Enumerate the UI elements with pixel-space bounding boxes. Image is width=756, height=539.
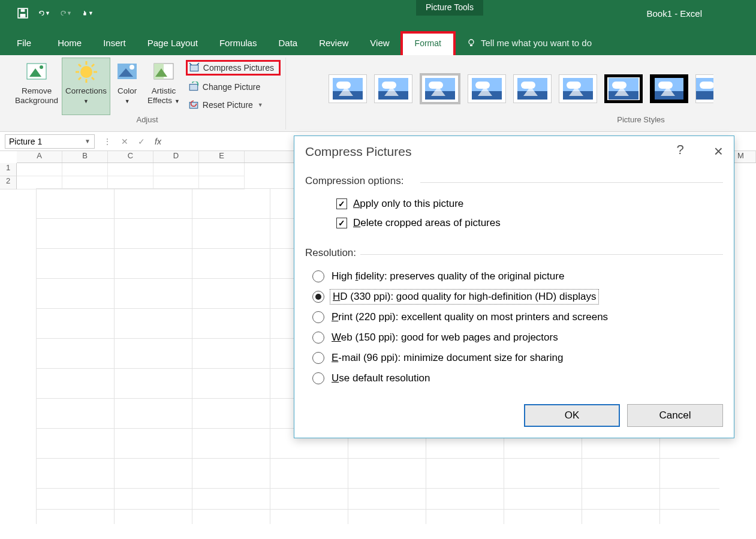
compress-pictures-icon [189, 62, 200, 73]
app-title: Book1 - Excel [646, 8, 702, 19]
resolution-hifi-label: High fidelity: preserves quality of the … [332, 270, 564, 282]
rowhdr-1[interactable]: 1 [0, 163, 17, 176]
apply-only-checkbox[interactable]: Apply only to this picture [336, 194, 723, 213]
svg-line-15 [92, 64, 94, 67]
resolution-hd[interactable]: HD (330 ppi): good quality for high-defi… [312, 287, 723, 307]
artistic-effects-button[interactable]: Artistic Effects ▼ [144, 58, 183, 115]
delete-cropped-checkbox[interactable]: Delete cropped areas of pictures [336, 213, 723, 233]
color-label: Color▼ [118, 86, 137, 106]
group-adjust: Remove Background Corrections▼ Color▼ Ar… [9, 58, 286, 130]
tab-home[interactable]: Home [47, 31, 92, 55]
picture-style-1[interactable] [329, 74, 367, 103]
svg-point-3 [469, 40, 474, 44]
checkbox-icon [336, 218, 347, 228]
col-C[interactable]: C [108, 151, 153, 162]
cancel-formula-icon[interactable]: ✕ [121, 137, 128, 146]
compress-pictures-button[interactable]: Compress Pictures [186, 60, 281, 76]
touch-mode-icon[interactable]: ▼ [82, 7, 94, 19]
ribbon-tabs: File Home Insert Page Layout Formulas Da… [0, 26, 756, 55]
tab-view[interactable]: View [359, 31, 400, 55]
tab-format[interactable]: Format [400, 31, 456, 55]
artistic-effects-label: Artistic Effects ▼ [147, 86, 180, 106]
lightbulb-icon [466, 38, 476, 48]
quick-access-toolbar: ▼ ▼ ▼ [0, 7, 94, 19]
svg-rect-4 [470, 45, 472, 46]
dialog-title: Compress Pictures [305, 144, 411, 159]
col-E[interactable]: E [199, 151, 245, 162]
artistic-effects-icon [152, 60, 176, 84]
resolution-label: Resolution: [294, 237, 734, 261]
color-icon [115, 60, 139, 84]
svg-rect-23 [190, 65, 198, 71]
svg-point-19 [129, 65, 134, 70]
color-button[interactable]: Color▼ [110, 58, 144, 115]
picture-style-9[interactable] [695, 74, 713, 103]
corrections-label: Corrections▼ [65, 86, 107, 106]
tab-insert[interactable]: Insert [92, 31, 137, 55]
cancel-button[interactable]: Cancel [627, 404, 723, 427]
radio-icon [312, 311, 324, 323]
resolution-hifi[interactable]: High fidelity: preserves quality of the … [312, 266, 723, 287]
delete-cropped-label: Delete cropped areas of pictures [353, 217, 501, 229]
picture-style-5[interactable] [513, 74, 552, 103]
dialog-titlebar: Compress Pictures ? × [294, 136, 734, 165]
svg-point-8 [80, 66, 92, 78]
col-A[interactable]: A [17, 151, 62, 162]
ribbon: Remove Background Corrections▼ Color▼ Ar… [0, 55, 756, 132]
reset-picture-button[interactable]: Reset Picture ▼ [186, 98, 281, 112]
resolution-email[interactable]: E-mail (96 ppi): minimize document size … [312, 348, 723, 368]
adjust-small-commands: Compress Pictures Change Picture Reset P… [183, 58, 283, 115]
tab-file[interactable]: File [12, 31, 47, 55]
checkbox-icon [336, 198, 347, 209]
resolution-default[interactable]: Use default resolution [312, 368, 723, 389]
svg-line-14 [92, 77, 94, 80]
remove-background-button[interactable]: Remove Background [11, 58, 62, 115]
fx-icon[interactable]: fx [155, 137, 161, 146]
name-box-dropdown-icon[interactable]: ▼ [85, 138, 91, 144]
radio-icon [312, 332, 324, 344]
picture-style-8[interactable] [650, 74, 688, 103]
formula-menu-icon[interactable]: ⋮ [103, 137, 112, 146]
change-picture-icon [188, 82, 199, 92]
change-picture-button[interactable]: Change Picture [186, 80, 281, 94]
dialog-help-button[interactable]: ? [677, 142, 684, 161]
resolution-hd-label: HD (330 ppi): good quality for high-defi… [332, 291, 597, 303]
col-B[interactable]: B [62, 151, 108, 162]
resolution-web-label: Web (150 ppi): good for web pages and pr… [332, 332, 558, 344]
dialog-close-button[interactable]: × [714, 142, 723, 161]
compress-pictures-dialog: Compress Pictures ? × Compression option… [294, 135, 734, 438]
compress-pictures-label: Compress Pictures [203, 63, 274, 73]
tab-page-layout[interactable]: Page Layout [137, 31, 209, 55]
radio-icon [312, 352, 324, 364]
picture-style-4[interactable] [468, 74, 506, 103]
save-icon[interactable] [17, 7, 29, 19]
enter-formula-icon[interactable]: ✓ [138, 137, 145, 146]
resolution-web[interactable]: Web (150 ppi): good for web pages and pr… [312, 327, 723, 348]
tab-formulas[interactable]: Formulas [209, 31, 268, 55]
context-tab-group-label: Picture Tools [416, 0, 483, 16]
svg-line-13 [79, 64, 81, 67]
rowhdr-2[interactable]: 2 [0, 176, 17, 189]
ok-button[interactable]: OK [524, 404, 620, 427]
reset-picture-label: Reset Picture [203, 100, 253, 110]
picture-style-2[interactable] [374, 74, 412, 103]
change-picture-label: Change Picture [203, 82, 261, 92]
resolution-print[interactable]: Print (220 ppi): excellent quality on mo… [312, 307, 723, 327]
col-D[interactable]: D [153, 151, 199, 162]
title-bar: ▼ ▼ ▼ Picture Tools Book1 - Excel [0, 0, 756, 26]
name-box[interactable]: Picture 1 ▼ [5, 134, 95, 149]
corrections-icon [74, 60, 98, 84]
remove-background-label: Remove Background [15, 86, 58, 106]
apply-only-label: Apply only to this picture [353, 198, 463, 210]
tab-data[interactable]: Data [267, 31, 308, 55]
undo-icon[interactable]: ▼ [38, 7, 50, 19]
svg-rect-1 [20, 14, 26, 17]
picture-style-3[interactable] [420, 73, 460, 104]
redo-icon[interactable]: ▼ [60, 7, 72, 19]
tell-me[interactable]: Tell me what you want to do [456, 31, 603, 55]
picture-style-6[interactable] [559, 74, 597, 103]
corrections-button[interactable]: Corrections▼ [62, 58, 110, 115]
picture-style-7[interactable] [604, 74, 643, 103]
tab-review[interactable]: Review [308, 31, 359, 55]
cell-A1[interactable] [17, 163, 62, 176]
